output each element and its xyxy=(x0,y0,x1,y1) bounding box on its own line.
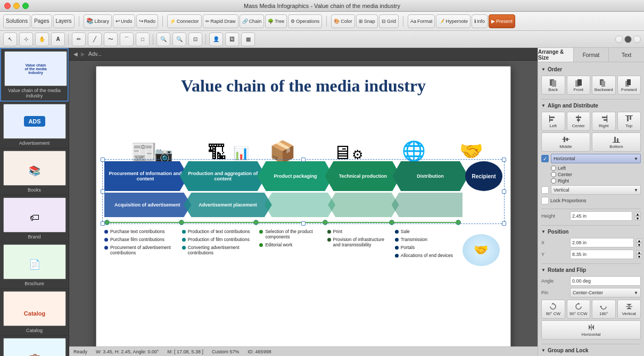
breadcrumb-back[interactable]: ◀ xyxy=(73,51,78,57)
circle-radio1[interactable] xyxy=(615,36,623,43)
curve-tool[interactable]: 〜 xyxy=(104,32,118,46)
align-middle-btn[interactable]: Middle xyxy=(541,133,590,152)
horizontal-checkbox[interactable]: ✓ xyxy=(541,155,549,162)
handle-br[interactable] xyxy=(502,221,506,226)
tree-btn[interactable]: 🌳 Tree xyxy=(265,14,287,28)
vertical-checkbox[interactable] xyxy=(541,186,549,194)
pages-menu[interactable]: Pages xyxy=(31,14,52,28)
window-controls[interactable] xyxy=(4,3,29,9)
pin-select[interactable]: Center-Center ▼ xyxy=(570,288,641,297)
height-up[interactable]: ▲ xyxy=(634,212,641,216)
library-btn[interactable]: 📚 Library xyxy=(84,14,112,28)
section-position-header[interactable]: ▼ Position xyxy=(541,228,641,236)
svg-marker-29 xyxy=(626,304,632,306)
grid-btn[interactable]: ⊟ Grid xyxy=(379,14,399,28)
center-radio[interactable] xyxy=(551,172,556,177)
pointer-tool[interactable]: ⊹ xyxy=(19,32,33,46)
handle-tr[interactable] xyxy=(502,158,506,162)
thumbnail-books[interactable]: 📚 Books xyxy=(0,148,69,195)
rapid-draw-btn[interactable]: ✏ Rapid Draw xyxy=(203,14,238,28)
hand-tool[interactable]: ✋ xyxy=(35,32,49,46)
section-order-header[interactable]: ▼ Order xyxy=(541,65,641,73)
align-right-icon xyxy=(599,114,608,123)
zoom-out-btn[interactable]: 🔍 xyxy=(172,32,186,46)
horizontal-select[interactable]: Horizontal ▼ xyxy=(551,154,641,163)
slide[interactable]: Value chain of the media industry 📰 📷 🏗 … xyxy=(96,66,511,346)
height-down[interactable]: ▼ xyxy=(634,216,641,220)
arc-tool[interactable]: ⌒ xyxy=(120,32,134,46)
draw-tool[interactable]: ✏ xyxy=(72,32,86,46)
front-btn[interactable]: Front xyxy=(567,76,591,95)
layers-menu[interactable]: Layers xyxy=(53,14,75,28)
section-align-header[interactable]: ▼ Align and Distribute xyxy=(541,102,641,110)
y-down[interactable]: ▼ xyxy=(636,254,642,259)
circle-radio3[interactable] xyxy=(633,36,641,43)
table-tool[interactable]: ▦ xyxy=(241,32,255,46)
select-tool[interactable]: ↖ xyxy=(3,32,17,46)
align-bottom-btn[interactable]: Bottom xyxy=(592,133,641,152)
connector-btn[interactable]: ⚡ Connector xyxy=(167,14,202,28)
forward-btn[interactable]: Forward xyxy=(617,76,641,95)
solutions-menu[interactable]: Solutions xyxy=(3,14,30,28)
zoom-in-btn[interactable]: 🔍 xyxy=(156,32,170,46)
thumbnail-sidebar: Value chainof the mediaindustry Value ch… xyxy=(0,48,69,356)
circle-radio2[interactable] xyxy=(624,36,632,43)
color-btn[interactable]: 🎨 Color xyxy=(331,14,355,28)
left-radio[interactable] xyxy=(551,165,556,171)
align-left-btn[interactable]: Left xyxy=(541,112,565,131)
hypernote-btn[interactable]: 📝 Hypernote xyxy=(436,14,470,28)
text-tool[interactable]: A xyxy=(51,32,65,46)
align-center-btn[interactable]: Center xyxy=(567,112,591,131)
rotate-180-btn[interactable]: 180° xyxy=(592,300,616,319)
image-tool[interactable]: 🖼 xyxy=(225,32,239,46)
y-input[interactable] xyxy=(570,250,634,259)
align-right-btn[interactable]: Right xyxy=(592,112,616,131)
handle-mr[interactable] xyxy=(502,189,506,194)
snap-btn[interactable]: ⊞ Snap xyxy=(356,14,378,28)
rotate-90cw-btn[interactable]: 90° CW xyxy=(541,300,565,319)
thumbnail-brand[interactable]: 🏷 Brand xyxy=(0,195,69,242)
tab-format[interactable]: Format xyxy=(574,48,609,62)
format-btn[interactable]: Aa Format xyxy=(408,14,435,28)
chain-btn[interactable]: 🔗 Chain xyxy=(240,14,265,28)
vertical-select[interactable]: Vertical ▼ xyxy=(551,185,641,195)
shape-tool[interactable]: □ xyxy=(136,32,150,46)
minimize-button[interactable] xyxy=(13,3,20,9)
flip-vertical-btn[interactable]: Vertical xyxy=(617,300,641,319)
person-tool[interactable]: 👤 xyxy=(209,32,223,46)
undo-btn[interactable]: ↩ Undo xyxy=(113,14,135,28)
present-label: Present xyxy=(496,19,513,24)
lock-proportions-checkbox[interactable] xyxy=(541,197,549,204)
canvas-scroll[interactable]: Value chain of the media industry 📰 📷 🏗 … xyxy=(69,61,538,346)
close-button[interactable] xyxy=(4,3,11,9)
x-up[interactable]: ▲ xyxy=(636,238,642,243)
align-middle-icon xyxy=(562,135,570,144)
info-btn[interactable]: ℹ Info xyxy=(472,14,488,28)
line-tool[interactable]: ╱ xyxy=(88,32,102,46)
section-group-header[interactable]: ▼ Group and Lock xyxy=(541,346,641,354)
thumbnail-brochure[interactable]: 📄 Brochure xyxy=(0,242,69,289)
operations-btn[interactable]: ⚙ Operations xyxy=(288,14,322,28)
section-rotate-header[interactable]: ▼ Rotate and Flip xyxy=(541,266,641,274)
present-btn[interactable]: ▶ Present xyxy=(489,14,515,28)
x-down[interactable]: ▼ xyxy=(636,243,642,247)
angle-input[interactable] xyxy=(570,276,641,286)
fit-btn[interactable]: ⊡ xyxy=(188,32,202,46)
rotate-90ccw-btn[interactable]: 90° CCW xyxy=(567,300,591,319)
x-input[interactable] xyxy=(570,238,634,247)
thumbnail-value-chain[interactable]: Value chainof the mediaindustry Value ch… xyxy=(0,48,69,102)
back-btn[interactable]: Back xyxy=(541,76,565,95)
maximize-button[interactable] xyxy=(22,3,29,9)
align-top-btn[interactable]: Top xyxy=(617,112,641,131)
thumbnail-catalog[interactable]: Catalog Catalog xyxy=(0,289,69,336)
redo-btn[interactable]: ↪ Redo xyxy=(136,14,159,28)
tab-arrange-size[interactable]: Arrange & Size xyxy=(538,48,574,62)
y-up[interactable]: ▲ xyxy=(636,250,642,254)
thumbnail-business[interactable]: 💼 Business ... xyxy=(0,336,69,356)
flip-horizontal-btn[interactable]: Horizontal xyxy=(541,320,641,340)
tab-text[interactable]: Text xyxy=(609,48,644,62)
backward-btn[interactable]: Backward xyxy=(592,76,616,95)
thumbnail-advertisement[interactable]: ADS Advertisement xyxy=(0,102,69,148)
height-input[interactable] xyxy=(570,211,632,221)
right-radio[interactable] xyxy=(551,178,556,184)
